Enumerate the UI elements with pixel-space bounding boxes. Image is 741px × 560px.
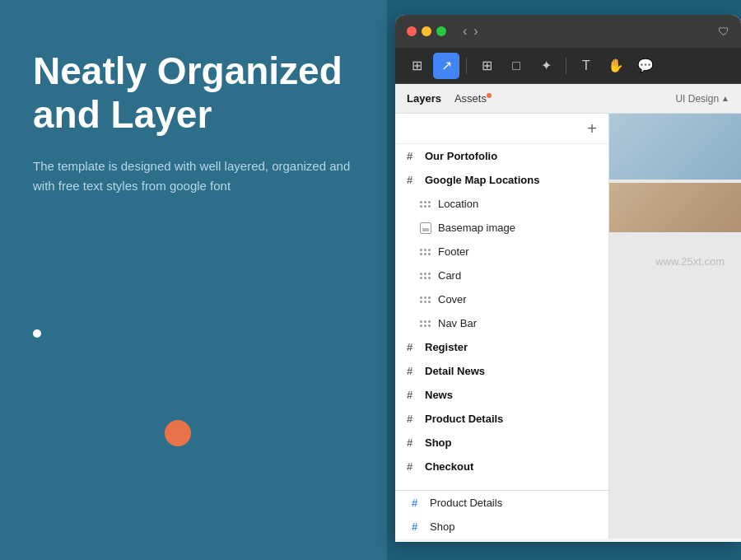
layers-list: #Our Portofolio#Google Map Locations Loc… <box>395 144 608 478</box>
tab-layers[interactable]: Layers <box>407 92 441 105</box>
hash-icon: # <box>407 436 418 449</box>
layer-item-label: Location <box>438 198 478 210</box>
layers-area: + #Our Portofolio#Google Map Locations L… <box>395 114 741 539</box>
nested-panel: # Product Details # Shop <box>395 490 609 539</box>
list-item[interactable]: # Product Details <box>395 491 608 515</box>
list-item[interactable]: Location <box>395 192 608 216</box>
browser-window: ‹ › 🛡 ⊞ ↗ ⊞ □ ✦ T ✋ 💬 Layers Assets UI D… <box>395 15 741 542</box>
dotgrid-icon <box>420 201 431 208</box>
layer-item-label: Shop <box>425 436 452 449</box>
list-item[interactable]: # Shop <box>395 515 608 539</box>
list-item[interactable]: Footer <box>395 240 608 264</box>
dotgrid-icon <box>420 320 431 327</box>
layer-item-label: Product Details <box>425 413 503 425</box>
list-item[interactable]: #News <box>395 383 608 407</box>
hash-icon: # <box>412 497 423 509</box>
forward-button[interactable]: › <box>473 24 478 39</box>
layer-item-label: Checkout <box>425 460 473 473</box>
layer-item-label: Basemap image <box>438 222 515 234</box>
tool-hand[interactable]: ✋ <box>603 53 629 79</box>
assets-dot <box>487 93 492 98</box>
add-layer-button[interactable]: + <box>587 120 597 137</box>
list-item[interactable]: #Checkout <box>395 455 608 478</box>
preview-area <box>609 114 741 539</box>
layer-item-label: Detail News <box>425 365 485 377</box>
preview-image-top <box>609 114 741 180</box>
tool-comment[interactable]: 💬 <box>632 53 659 79</box>
tool-select[interactable]: ↗ <box>433 53 459 79</box>
layer-item-label: Nav Bar <box>438 317 477 329</box>
toolbar-separator-1 <box>466 58 467 74</box>
dot-orange-decoration <box>165 420 191 446</box>
watermark: www.25xt.com <box>655 255 725 268</box>
list-item[interactable]: #Register <box>395 335 608 359</box>
traffic-lights <box>407 26 446 36</box>
nested-item-label-2: Shop <box>430 520 454 533</box>
layer-item-label: Google Map Locations <box>425 174 539 186</box>
layers-tabs: Layers Assets <box>407 92 492 105</box>
chevron-up-icon: ▲ <box>721 94 729 103</box>
layers-panel: + #Our Portofolio#Google Map Locations L… <box>395 114 609 539</box>
ui-design-label: UI Design ▲ <box>675 93 729 105</box>
toolbar-separator-2 <box>566 58 566 74</box>
image-icon <box>420 222 431 234</box>
hash-icon: # <box>407 174 418 186</box>
list-item[interactable]: #Google Map Locations <box>395 168 608 192</box>
hash-icon: # <box>407 365 418 377</box>
list-item[interactable]: Nav Bar <box>395 311 608 335</box>
tool-component[interactable]: ⊞ <box>403 53 430 79</box>
toolbar: ⊞ ↗ ⊞ □ ✦ T ✋ 💬 <box>395 48 741 84</box>
list-item[interactable]: Card <box>395 264 608 287</box>
hash-icon: # <box>407 150 418 162</box>
hash-icon: # <box>407 389 418 401</box>
hash-icon: # <box>407 413 418 425</box>
layer-item-label: Cover <box>438 293 467 306</box>
layer-item-label: Our Portofolio <box>425 150 497 162</box>
layer-item-label: News <box>425 389 453 401</box>
subtitle: The template is designed with well layer… <box>33 156 354 196</box>
privacy-icon: 🛡 <box>718 25 729 38</box>
left-panel: Neatly Organized and Layer The template … <box>0 0 387 560</box>
nested-item-label-1: Product Details <box>430 497 502 509</box>
dotgrid-icon <box>420 296 431 303</box>
main-title: Neatly Organized and Layer <box>33 49 354 137</box>
layers-list-header: + <box>395 114 608 144</box>
layer-item-label: Register <box>425 341 468 353</box>
list-item[interactable]: Cover <box>395 287 608 311</box>
minimize-button[interactable] <box>422 26 431 36</box>
list-item[interactable]: #Product Details <box>395 407 608 431</box>
close-button[interactable] <box>407 26 417 36</box>
list-item[interactable]: #Shop <box>395 431 608 455</box>
list-item[interactable]: #Detail News <box>395 359 608 383</box>
dot-white-decoration <box>33 329 41 338</box>
tool-frame[interactable]: ⊞ <box>473 53 500 79</box>
tool-text[interactable]: T <box>573 53 599 79</box>
list-item[interactable]: #Our Portofolio <box>395 144 608 168</box>
dotgrid-icon <box>420 249 431 255</box>
back-button[interactable]: ‹ <box>463 24 467 39</box>
preview-image-mid <box>609 183 741 232</box>
browser-titlebar: ‹ › 🛡 <box>395 15 741 48</box>
list-item[interactable]: Basemap image <box>395 216 608 240</box>
hash-icon: # <box>407 460 418 473</box>
maximize-button[interactable] <box>436 26 446 36</box>
tool-pen[interactable]: ✦ <box>533 53 559 79</box>
dotgrid-icon <box>420 273 431 279</box>
tool-rectangle[interactable]: □ <box>503 53 529 79</box>
layers-header: Layers Assets UI Design ▲ <box>395 84 741 114</box>
layer-item-label: Card <box>438 269 461 282</box>
hash-icon: # <box>407 341 418 353</box>
tab-assets[interactable]: Assets <box>454 92 492 105</box>
hash-icon: # <box>412 520 423 533</box>
browser-nav: ‹ › <box>463 24 478 39</box>
layer-item-label: Footer <box>438 245 469 258</box>
